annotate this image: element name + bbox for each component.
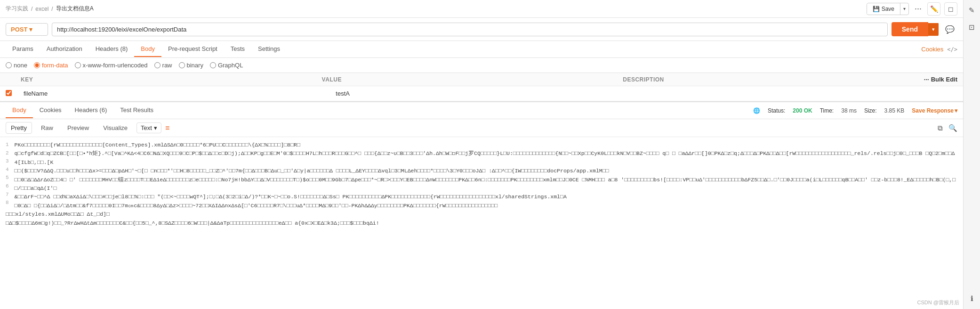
save-btn-group: 💾 Save ▾: [867, 3, 909, 15]
breadcrumb-sep2: /: [51, 6, 53, 12]
edit-icon-button[interactable]: ✏️: [927, 2, 940, 16]
option-graphql-label: GraphQL: [218, 62, 243, 69]
globe-icon: 🌐: [753, 107, 760, 114]
request-tabs-row: Params Authorization Headers (8) Body Pr…: [0, 41, 963, 58]
option-graphql[interactable]: GraphQL: [210, 62, 243, 69]
visualize-button[interactable]: Visualize: [98, 122, 133, 134]
key-input[interactable]: [21, 89, 333, 98]
method-label: POST: [11, 26, 27, 33]
option-raw-label: raw: [162, 62, 172, 69]
resp-tab-cookies[interactable]: Cookies: [33, 103, 68, 118]
breadcrumb-part3: 导出文档信息A: [56, 5, 94, 13]
resp-tab-body[interactable]: Body: [6, 103, 33, 118]
save-icon: 💾: [873, 6, 880, 12]
sidebar-code-button[interactable]: ⊡: [965, 21, 979, 34]
send-chevron-button[interactable]: ▾: [928, 23, 939, 36]
option-form-data-label: form-data: [42, 62, 68, 69]
size-value: 3.85 KB: [884, 107, 905, 114]
format-chevron-icon: ▾: [154, 124, 157, 131]
status-value: 200 OK: [793, 107, 812, 114]
code-line: □□0□Δ□ΔΔrΔoZ□□4□ □' □□□□□□□MHV□□镭z□□□□T□…: [6, 176, 957, 193]
option-binary-label: binary: [187, 62, 203, 69]
tab-body[interactable]: Body: [134, 41, 161, 57]
option-urlencoded-label: x-www-form-urlencoded: [83, 62, 148, 69]
time-label: Time:: [820, 107, 834, 114]
value-input[interactable]: [333, 89, 645, 98]
save-label: Save: [882, 6, 894, 12]
url-input[interactable]: [52, 23, 888, 36]
right-sidebar: ✎ ⊡ ℹ: [963, 0, 980, 241]
tab-headers[interactable]: Headers (8): [89, 41, 135, 57]
tab-tests[interactable]: Tests: [224, 41, 251, 57]
table-row: [0, 86, 963, 101]
save-chevron-button[interactable]: ▾: [900, 4, 908, 13]
col-desc-header: DESCRIPTION: [623, 76, 924, 83]
save-response-button[interactable]: Save Response ▾: [912, 107, 957, 114]
response-toolbar: Pretty Raw Preview Visualize Text ▾ ≡ ⧉ …: [0, 119, 963, 137]
search-icon-button[interactable]: 🔍: [948, 124, 957, 132]
code-line: &□□ΔrF~□□^Δ □□d%□aXΔiΔ□\□□□#□□je□l8□□%□:…: [6, 193, 957, 201]
breadcrumb-sep1: /: [31, 6, 32, 12]
bottom-section: Body Cookies Headers (6) Test Results 🌐 …: [0, 101, 963, 241]
line-numbers: 12345678: [6, 141, 15, 207]
send-button[interactable]: Send: [892, 22, 928, 36]
option-form-data[interactable]: form-data: [34, 62, 68, 69]
code-lines: PKo□□□□□□□□[rW□□□□□□□□□□□□□[Content_Type…: [6, 141, 957, 228]
code-line: □□□xl/styles.xmlΔUMo□□Δ□ Δt_□d]□: [6, 210, 957, 219]
code-line: □Δ□$□□□□Δ6m□g!)□□_?RrΔwHΔtΔm□□□□□□□C&□□{…: [6, 219, 957, 228]
send-btn-group: Send ▾: [892, 22, 939, 36]
breadcrumb-part1: 学习实践: [6, 5, 28, 13]
more-options-button[interactable]: ···: [913, 4, 924, 14]
option-urlencoded[interactable]: x-www-form-urlencoded: [75, 62, 148, 69]
method-select[interactable]: POST ▾: [6, 23, 48, 36]
code-line: PKo□□□□□□□□[rW□□□□□□□□□□□□□[Content_Type…: [6, 141, 957, 149]
resp-tab-test-results[interactable]: Test Results: [113, 103, 160, 118]
method-chevron-icon: ▾: [29, 26, 32, 33]
tab-authorization[interactable]: Authorization: [40, 41, 89, 57]
top-bar: 学习实践 / excel / 导出文档信息A 💾 Save ▾ ··· ✏️ ◻: [0, 0, 963, 18]
code-tag-button[interactable]: </>: [947, 46, 957, 53]
raw-button[interactable]: Raw: [36, 122, 58, 134]
response-content: 12345678 PKo□□□□□□□□[rW□□□□□□□□□□□□□[Con…: [0, 137, 963, 241]
col-value-header: VALUE: [322, 76, 623, 83]
option-binary[interactable]: binary: [179, 62, 203, 69]
status-label: Status:: [768, 107, 785, 114]
response-tabs-row: Body Cookies Headers (6) Test Results 🌐 …: [0, 102, 963, 119]
comment-icon-button[interactable]: 💬: [942, 22, 957, 37]
top-actions: 💾 Save ▾ ··· ✏️ ◻: [867, 2, 957, 16]
save-button[interactable]: 💾 Save: [867, 4, 900, 14]
cookies-link[interactable]: Cookies: [921, 46, 943, 53]
format-label: Text: [141, 124, 152, 131]
breadcrumb-part2: excel: [35, 6, 48, 12]
bulk-edit-button[interactable]: ··· Bulk Edit: [924, 76, 957, 83]
tab-pre-request[interactable]: Pre-request Script: [161, 41, 224, 57]
sidebar-edit-button[interactable]: ✎: [965, 4, 979, 17]
tab-settings[interactable]: Settings: [251, 41, 287, 57]
status-info: 🌐 Status: 200 OK Time: 38 ms Size: 3.85 …: [753, 107, 957, 114]
save-response-label: Save Response: [912, 107, 954, 114]
copy-icon-button[interactable]: ⧉: [938, 124, 943, 132]
code-icon-button[interactable]: ◻: [944, 2, 957, 16]
code-line: q□cfgfW□d□q□ZCB□[□□[□•*h矩}.^□[Va□^KΔ<4□C…: [6, 149, 957, 167]
pretty-button[interactable]: Pretty: [6, 122, 32, 134]
tab-params[interactable]: Params: [6, 41, 40, 57]
option-none-label: none: [14, 62, 27, 69]
col-key-header: KEY: [21, 76, 322, 83]
code-line: □0□Δ□ □{□□ΔiΔ□/□Δtm□□&f7□□□□□0I□□7m㎝c&□□…: [6, 202, 957, 210]
desc-input[interactable]: [645, 89, 957, 98]
preview-button[interactable]: Preview: [62, 122, 94, 134]
time-value: 38 ms: [841, 107, 857, 114]
size-label: Size:: [864, 107, 877, 114]
format-select[interactable]: Text ▾: [137, 122, 161, 133]
code-line: □□($□□□V?ΔΔQ.□□□u□□h□□□Δx>=□□□Δ□pΔH□'~□[…: [6, 167, 957, 175]
kv-table-header: KEY VALUE DESCRIPTION ··· Bulk Edit: [0, 73, 963, 86]
save-response-chevron-icon: ▾: [955, 107, 957, 114]
url-bar: POST ▾ Send ▾ 💬: [0, 18, 963, 41]
dots-icon: ···: [924, 76, 929, 83]
bulk-edit-label: Bulk Edit: [931, 76, 957, 83]
filter-icon-button[interactable]: ≡: [165, 124, 169, 132]
resp-tab-headers[interactable]: Headers (6): [68, 103, 114, 118]
option-none[interactable]: none: [6, 62, 27, 69]
row-checkbox[interactable]: [6, 90, 12, 96]
option-raw[interactable]: raw: [154, 62, 172, 69]
